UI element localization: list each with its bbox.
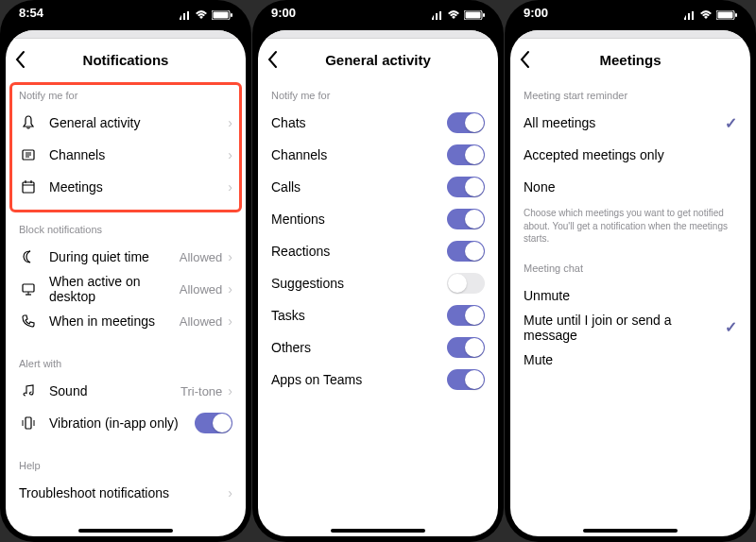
- toggle-row[interactable]: Reactions: [258, 235, 498, 267]
- row-label: Mentions: [271, 212, 447, 227]
- row-sound[interactable]: Sound Tri-tone ›: [6, 375, 246, 407]
- row-label: Accepted meetings only: [524, 147, 737, 162]
- radio-row[interactable]: None: [510, 171, 750, 203]
- toggle-row[interactable]: Mentions: [258, 203, 498, 235]
- content: Notify me for ChatsChannelsCallsMentions…: [258, 80, 498, 536]
- wifi-icon: [447, 10, 460, 20]
- toggle[interactable]: [447, 112, 485, 133]
- status-indicators: [428, 6, 485, 25]
- svg-rect-30: [688, 13, 690, 20]
- svg-rect-6: [231, 13, 232, 17]
- row-label: Channels: [271, 147, 447, 162]
- row-label: Meetings: [49, 179, 228, 195]
- toggle[interactable]: [447, 369, 485, 390]
- row-label: None: [524, 179, 737, 195]
- header: Notifications: [6, 39, 246, 80]
- section-block: Block notifications: [6, 214, 246, 241]
- toggle-row[interactable]: Apps on Teams: [258, 364, 498, 396]
- battery-icon: [716, 10, 737, 20]
- svg-rect-15: [23, 284, 34, 292]
- battery-icon: [464, 10, 485, 20]
- row-meetings[interactable]: Meetings ›: [6, 171, 246, 203]
- row-troubleshoot[interactable]: Troubleshoot notifications ›: [6, 477, 246, 509]
- toggle-row[interactable]: Chats: [258, 107, 498, 139]
- svg-rect-31: [692, 11, 694, 20]
- desktop-icon: [19, 281, 38, 296]
- phone-icon: [19, 313, 38, 329]
- row-desktop[interactable]: When active on desktop Allowed ›: [6, 273, 246, 305]
- toggle[interactable]: [447, 177, 485, 197]
- row-label: Apps on Teams: [271, 372, 447, 387]
- toggle[interactable]: [447, 305, 485, 326]
- home-indicator[interactable]: [583, 529, 678, 533]
- radio-row[interactable]: Accepted meetings only: [510, 139, 750, 171]
- radio-row[interactable]: Mute: [510, 344, 750, 376]
- row-quiet-time[interactable]: During quiet time Allowed ›: [6, 241, 246, 273]
- reminder-desc: Choose which meetings you want to get no…: [510, 203, 750, 253]
- content: Meeting start reminder All meetings✓Acce…: [510, 80, 750, 536]
- toggle[interactable]: [447, 209, 485, 229]
- chevron-right-icon: ›: [228, 115, 232, 130]
- checkmark-icon: ✓: [725, 114, 737, 132]
- row-label: Vibration (in-app only): [49, 415, 195, 431]
- row-label: Mute: [524, 352, 737, 367]
- section-notify: Notify me for: [6, 80, 246, 107]
- row-label: Suggestions: [271, 276, 447, 291]
- moon-icon: [19, 249, 38, 264]
- chevron-right-icon: ›: [228, 281, 232, 296]
- notch: [321, 0, 435, 25]
- row-label: Unmute: [524, 288, 737, 303]
- row-value: Tri-tone: [180, 384, 222, 398]
- toggle-row[interactable]: Channels: [258, 139, 498, 171]
- svg-rect-5: [214, 12, 229, 19]
- row-label: Tasks: [271, 308, 447, 323]
- back-button[interactable]: [520, 50, 531, 69]
- status-indicators: [680, 6, 737, 25]
- row-general-activity[interactable]: General activity ›: [6, 107, 246, 139]
- status-time: 9:00: [271, 6, 296, 25]
- radio-row[interactable]: Unmute: [510, 279, 750, 312]
- row-value: Allowed: [180, 250, 223, 264]
- row-vibration[interactable]: Vibration (in-app only): [6, 407, 246, 439]
- home-indicator[interactable]: [78, 529, 173, 533]
- header: General activity: [258, 39, 498, 80]
- row-in-meetings[interactable]: When in meetings Allowed ›: [6, 305, 246, 337]
- row-label: General activity: [49, 115, 228, 130]
- chevron-right-icon: ›: [228, 485, 232, 500]
- chevron-right-icon: ›: [228, 313, 232, 329]
- toggle[interactable]: [447, 144, 485, 165]
- toggle[interactable]: [447, 241, 485, 262]
- svg-rect-27: [483, 13, 485, 17]
- page-title: Meetings: [510, 52, 750, 68]
- section-alert: Alert with: [6, 348, 246, 375]
- row-channels[interactable]: Channels ›: [6, 139, 246, 171]
- toggle[interactable]: [447, 273, 485, 294]
- row-label: All meetings: [524, 115, 725, 130]
- back-button[interactable]: [15, 50, 26, 69]
- toggle-row[interactable]: Tasks: [258, 299, 498, 331]
- row-label: Channels: [49, 147, 228, 162]
- radio-row[interactable]: All meetings✓: [510, 107, 750, 139]
- row-label: Troubleshoot notifications: [19, 485, 228, 500]
- section-help: Help: [6, 450, 246, 477]
- wifi-icon: [195, 10, 208, 20]
- bell-icon: [19, 115, 38, 130]
- home-indicator[interactable]: [331, 529, 425, 533]
- toggle-row[interactable]: Calls: [258, 171, 498, 203]
- phone-general-activity: 9:00 General activity Notify me for Chat…: [252, 0, 504, 542]
- toggle-row[interactable]: Others: [258, 331, 498, 364]
- row-label: Calls: [271, 179, 447, 195]
- chevron-left-icon: [15, 50, 26, 69]
- svg-rect-33: [718, 12, 733, 19]
- svg-rect-3: [187, 11, 189, 20]
- status-indicators: [176, 6, 232, 25]
- toggle-row[interactable]: Suggestions: [258, 267, 498, 299]
- screen-top-edge: [258, 30, 498, 39]
- row-label: Others: [271, 340, 447, 355]
- back-button[interactable]: [267, 50, 279, 69]
- radio-row[interactable]: Mute until I join or send a message✓: [510, 312, 750, 344]
- vibration-toggle[interactable]: [195, 413, 232, 433]
- phone-notifications: 8:54 Notifications Notify me for Gen: [0, 0, 251, 542]
- toggle[interactable]: [447, 337, 485, 358]
- content: Notify me for General activity › Channel…: [6, 80, 246, 536]
